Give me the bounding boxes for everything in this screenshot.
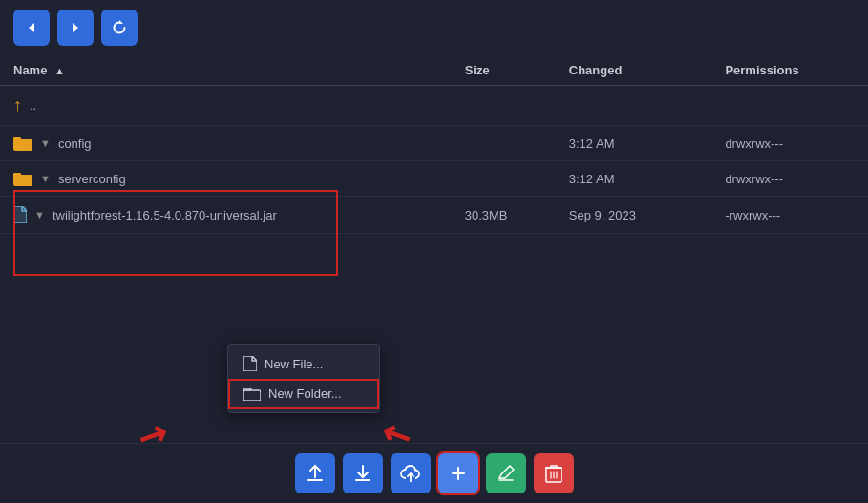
context-menu-new-folder-label: New Folder... [268,387,342,401]
file-perms-cell: -rwxrwx--- [711,197,868,234]
expand-icon: ▼ [40,173,51,184]
file-changed-cell [556,86,712,126]
file-size-cell [452,86,556,126]
forward-button[interactable] [57,10,94,46]
back-button[interactable] [13,10,50,46]
svg-rect-6 [13,173,21,177]
svg-rect-12 [452,472,465,474]
file-changed-cell: 3:12 AM [556,126,712,161]
file-table-container: Name ▲ Size Changed Permissions ↑ [0,55,868,234]
expand-icon: ▼ [34,209,45,220]
svg-marker-1 [73,23,78,32]
add-button[interactable] [438,453,478,493]
context-menu-new-file-label: New File... [265,357,323,371]
up-arrow-icon: ↑ [13,95,22,115]
file-size-cell [452,126,556,161]
download-button[interactable] [343,453,383,493]
svg-marker-0 [29,23,34,32]
file-perms-cell: drwxrwx--- [711,126,868,161]
col-header-size[interactable]: Size [452,55,556,86]
download-icon [353,464,372,483]
folder-icon [13,171,32,186]
file-perms-cell [711,86,868,126]
top-toolbar [0,0,868,55]
svg-rect-10 [355,479,370,481]
file-name-cell: ▼ config [0,126,452,161]
table-row[interactable]: ▼ twilightforest-1.16.5-4.0.870-universa… [0,197,868,234]
table-header: Name ▲ Size Changed Permissions [0,55,868,86]
context-menu: New File... New Folder... [227,344,380,413]
file-icon [243,356,257,371]
context-menu-new-folder[interactable]: New Folder... [228,379,379,409]
svg-rect-8 [243,390,261,401]
file-name-label: config [58,136,92,151]
context-menu-new-file[interactable]: New File... [228,348,379,379]
file-table: Name ▲ Size Changed Permissions ↑ [0,55,868,234]
table-row[interactable]: ▼ config 3:12 AM drwxrwx--- [0,126,868,161]
edit-button[interactable] [486,453,526,493]
col-header-permissions[interactable]: Permissions [711,55,868,86]
file-name-label: .. [30,98,36,113]
svg-rect-4 [13,137,21,141]
col-header-name[interactable]: Name ▲ [0,55,452,86]
file-name-label: serverconfig [58,172,126,186]
add-icon [449,464,468,483]
delete-button[interactable] [534,453,574,493]
cloud-upload-button[interactable] [391,453,431,493]
file-perms-cell: drwxrwx--- [711,161,868,197]
folder-icon [243,388,261,401]
file-changed-cell: 3:12 AM [556,161,712,197]
cloud-upload-icon [400,465,421,482]
file-size-cell: 30.3MB [452,197,556,234]
folder-icon [13,136,32,151]
upload-button[interactable] [295,453,335,493]
file-name-cell: ▼ serverconfig [0,161,452,197]
expand-icon: ▼ [40,137,51,149]
upload-icon [306,464,325,483]
file-name-cell: ▼ twilightforest-1.16.5-4.0.870-universa… [0,197,452,234]
edit-icon [498,465,515,482]
table-row[interactable]: ↑ .. [0,86,868,126]
svg-marker-2 [119,20,123,24]
svg-rect-9 [307,479,323,481]
file-name-label: twilightforest-1.16.5-4.0.870-universal.… [53,208,277,222]
file-size-cell [452,161,556,197]
col-header-changed[interactable]: Changed [556,55,712,86]
refresh-button[interactable] [101,10,138,46]
table-row[interactable]: ▼ serverconfig 3:12 AM drwxrwx--- [0,161,868,197]
file-name-cell: ↑ .. [0,86,452,126]
file-changed-cell: Sep 9, 2023 [556,197,712,234]
trash-icon [545,464,562,483]
bottom-toolbar [0,443,868,503]
file-icon [13,206,27,223]
